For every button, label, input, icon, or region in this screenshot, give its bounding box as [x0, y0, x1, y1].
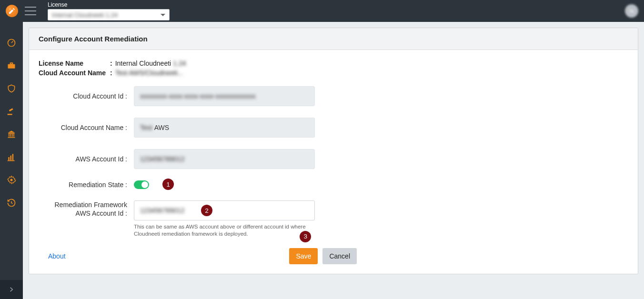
- panel-body: License Name : Internal Cloudneeti 1.24 …: [29, 50, 638, 274]
- footer-row: About 3 Save Cancel: [39, 248, 628, 264]
- nav-settings[interactable]: [0, 169, 23, 191]
- shield-icon: [7, 84, 16, 93]
- license-selector-block: License Internal Cloudneeti 1.24: [48, 1, 170, 20]
- label-framework-account-id: Remediation Framework AWS Account Id :: [39, 200, 134, 218]
- meta-cloud-account-value: Test AWS/Cloudneeti...: [115, 69, 183, 77]
- meta-license-value: Internal Cloudneeti 1.24: [115, 60, 186, 67]
- svg-rect-7: [8, 157, 10, 160]
- svg-rect-9: [12, 154, 14, 160]
- nav-shield[interactable]: [0, 77, 23, 100]
- page-title: Configure Account Remediation: [29, 28, 638, 50]
- chart-icon: [7, 152, 16, 162]
- top-bar: License Internal Cloudneeti 1.24 hi: [0, 0, 644, 22]
- gear-icon: [7, 175, 16, 185]
- input-cloud-account-id: xxxxxxxx-xxxx-xxxx-xxxx-xxxxxxxxxxxx: [134, 86, 315, 106]
- nav-reports[interactable]: [0, 146, 23, 169]
- expand-nav[interactable]: [0, 280, 23, 299]
- row-cloud-account-name: Cloud Account Name : Test AWS: [39, 118, 628, 138]
- svg-point-0: [10, 9, 10, 10]
- svg-rect-4: [10, 63, 13, 64]
- page-content: Configure Account Remediation License Na…: [23, 22, 644, 299]
- chevron-down-icon: [161, 14, 165, 16]
- chevron-right-icon: [8, 286, 15, 293]
- nav-gavel[interactable]: [0, 100, 23, 123]
- value-cloud-account-name-blurred: Test: [140, 124, 152, 131]
- input-framework-account-id[interactable]: 123456789012 2: [134, 200, 315, 220]
- user-avatar[interactable]: hi: [625, 4, 638, 18]
- briefcase-icon: [7, 61, 16, 70]
- history-icon: [7, 198, 16, 208]
- value-cloud-account-id: xxxxxxxx-xxxx-xxxx-xxxx-xxxxxxxxxxxx: [140, 92, 256, 100]
- side-nav: [0, 22, 23, 299]
- meta-cloud-account-name: Cloud Account Name : Test AWS/Cloudneeti…: [39, 69, 628, 77]
- save-button[interactable]: Save: [289, 248, 318, 264]
- gauge-icon: [7, 38, 16, 48]
- toggle-remediation-state[interactable]: [134, 180, 149, 189]
- nav-compliance[interactable]: [0, 123, 23, 146]
- nav-briefcase[interactable]: [0, 54, 23, 77]
- value-framework-account-id: 123456789012: [140, 207, 184, 214]
- svg-rect-3: [8, 64, 15, 69]
- nav-history[interactable]: [0, 191, 23, 214]
- license-label: License: [48, 1, 170, 8]
- meta-label: License Name: [39, 60, 110, 67]
- annotation-2: 2: [201, 205, 212, 216]
- building-icon: [7, 130, 16, 139]
- meta-label: Cloud Account Name: [39, 69, 110, 77]
- row-remediation-state: Remediation State : 1: [39, 180, 628, 189]
- annotation-3: 3: [300, 231, 311, 242]
- svg-rect-8: [10, 156, 12, 160]
- row-framework-account-id: Remediation Framework AWS Account Id : 1…: [39, 200, 628, 238]
- label-cloud-account-name: Cloud Account Name :: [39, 124, 134, 131]
- cancel-button[interactable]: Cancel: [322, 248, 357, 264]
- value-cloud-account-name: AWS: [154, 124, 169, 131]
- tools-icon: [8, 7, 16, 15]
- meta-license-name: License Name : Internal Cloudneeti 1.24: [39, 60, 628, 67]
- label-cloud-account-id: Cloud Account Id :: [39, 92, 134, 100]
- row-aws-account-id: AWS Account Id : 123456789012: [39, 149, 628, 169]
- label-remediation-state: Remediation State :: [39, 181, 134, 189]
- gavel-icon: [7, 107, 16, 116]
- svg-rect-5: [9, 108, 13, 111]
- help-text-framework-account-id: This can be same as AWS account above or…: [134, 223, 315, 238]
- svg-rect-6: [8, 114, 12, 115]
- svg-line-2: [11, 41, 13, 43]
- app-logo: [6, 5, 18, 17]
- license-dropdown-value: Internal Cloudneeti 1.24: [52, 11, 118, 19]
- svg-point-11: [10, 179, 13, 181]
- annotation-1: 1: [162, 179, 174, 190]
- row-cloud-account-id: Cloud Account Id : xxxxxxxx-xxxx-xxxx-xx…: [39, 86, 628, 106]
- label-aws-account-id: AWS Account Id :: [39, 155, 134, 163]
- nav-dashboard[interactable]: [0, 31, 23, 54]
- input-aws-account-id: 123456789012: [134, 149, 315, 169]
- config-panel: Configure Account Remediation License Na…: [29, 28, 638, 274]
- license-dropdown[interactable]: Internal Cloudneeti 1.24: [48, 9, 170, 20]
- toggle-knob: [141, 181, 148, 188]
- about-link[interactable]: About: [48, 252, 66, 260]
- menu-icon[interactable]: [25, 7, 36, 15]
- value-aws-account-id: 123456789012: [140, 155, 184, 163]
- input-cloud-account-name: Test AWS: [134, 118, 315, 138]
